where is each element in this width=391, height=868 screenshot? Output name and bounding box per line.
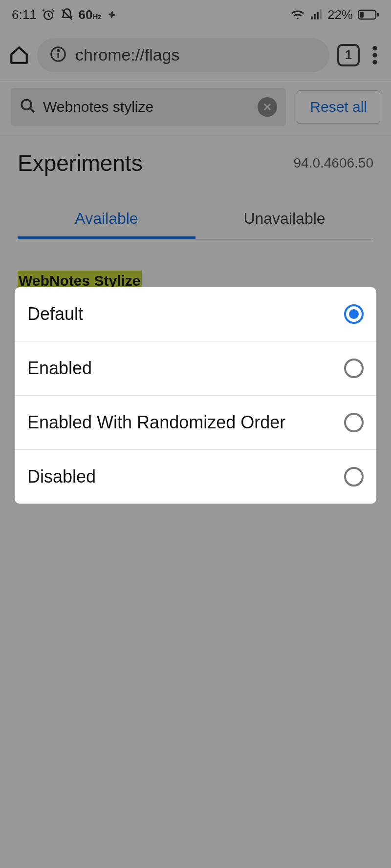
- option-enabled[interactable]: Enabled: [15, 341, 376, 395]
- option-enabled-randomized[interactable]: Enabled With Randomized Order: [15, 395, 376, 449]
- option-label: Enabled With Randomized Order: [27, 412, 285, 433]
- option-disabled[interactable]: Disabled: [15, 449, 376, 504]
- option-label: Enabled: [27, 358, 92, 379]
- radio-icon: [344, 467, 364, 487]
- option-default[interactable]: Default: [15, 287, 376, 341]
- radio-icon: [344, 413, 364, 432]
- flag-options-dialog: Default Enabled Enabled With Randomized …: [15, 287, 376, 504]
- radio-icon: [344, 359, 364, 378]
- radio-icon: [344, 304, 364, 324]
- option-label: Disabled: [27, 466, 96, 487]
- option-label: Default: [27, 304, 83, 324]
